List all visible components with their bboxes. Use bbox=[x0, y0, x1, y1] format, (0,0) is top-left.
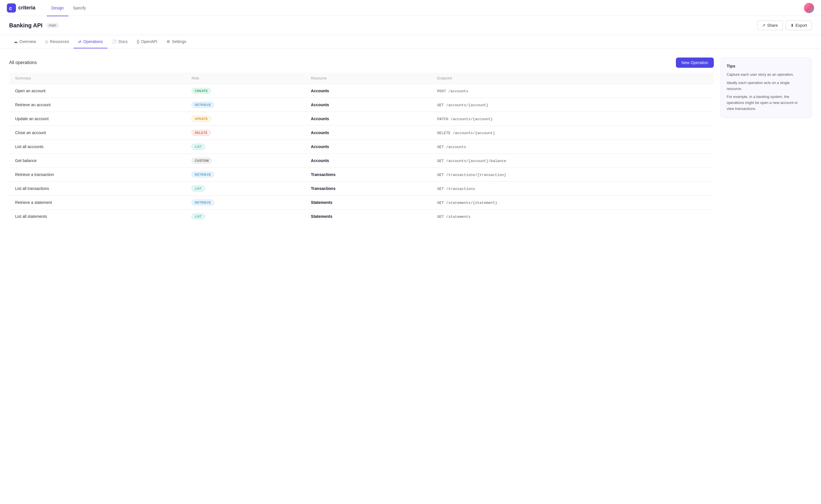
cell-role: RETRIEVE bbox=[186, 98, 305, 112]
cell-endpoint: PATCH /accounts/{account} bbox=[432, 112, 714, 126]
table-row[interactable]: Close an account DELETE Accounts DELETE … bbox=[9, 126, 714, 140]
resource-name: Accounts bbox=[311, 116, 329, 121]
operations-tbody: Open an account CREATE Accounts POST /ac… bbox=[9, 84, 714, 224]
share-icon: ↗ bbox=[762, 23, 765, 28]
new-operation-button[interactable]: New Operation bbox=[676, 58, 714, 68]
cell-role: RETRIEVE bbox=[186, 168, 305, 182]
table-row[interactable]: Open an account CREATE Accounts POST /ac… bbox=[9, 84, 714, 98]
resource-name: Accounts bbox=[311, 130, 329, 135]
resource-name: Transactions bbox=[311, 172, 336, 177]
cell-resource: Statements bbox=[305, 196, 432, 210]
subnav-docs[interactable]: 📄 Docs bbox=[107, 35, 132, 48]
main-content: All operations New Operation Summary Rol… bbox=[0, 48, 821, 233]
cell-summary: Update an account bbox=[9, 112, 186, 126]
tip-paragraph-2: For example, in a banking system, the op… bbox=[727, 94, 806, 112]
table-row[interactable]: Retrieve a transaction RETRIEVE Transact… bbox=[9, 168, 714, 182]
subnav-resources[interactable]: ◇ Resources bbox=[40, 35, 73, 48]
role-badge: CREATE bbox=[191, 88, 211, 94]
col-role: Role bbox=[186, 73, 305, 84]
table-row[interactable]: List all transactions LIST Transactions … bbox=[9, 182, 714, 196]
subnav-settings-label: Settings bbox=[172, 39, 186, 44]
section-title: All operations bbox=[9, 60, 37, 65]
avatar[interactable] bbox=[804, 3, 814, 13]
cell-summary: List all accounts bbox=[9, 140, 186, 154]
cell-role: CUSTOM bbox=[186, 154, 305, 168]
endpoint-value: GET /statements/{statement} bbox=[437, 201, 497, 205]
resources-icon: ◇ bbox=[45, 39, 48, 44]
endpoint-value: GET /accounts/{account} bbox=[437, 103, 488, 107]
cell-summary: Open an account bbox=[9, 84, 186, 98]
resource-name: Transactions bbox=[311, 186, 336, 191]
table-row[interactable]: Get balance CUSTOM Accounts GET /account… bbox=[9, 154, 714, 168]
subnav-settings[interactable]: ⚙ Settings bbox=[162, 35, 191, 48]
role-badge: UPDATE bbox=[191, 116, 211, 122]
page-title: Banking API bbox=[9, 22, 42, 29]
nav-tab-design[interactable]: Design bbox=[47, 0, 68, 16]
cell-resource: Accounts bbox=[305, 84, 432, 98]
subnav-docs-label: Docs bbox=[118, 39, 128, 44]
role-badge: RETRIEVE bbox=[191, 172, 214, 177]
operations-table: Summary Role Resource Endpoint Open an a… bbox=[9, 72, 714, 224]
page-header: Banking API main ↗ Share ⬇ Export bbox=[0, 16, 821, 35]
table-row[interactable]: List all statements LIST Statements GET … bbox=[9, 210, 714, 224]
cell-role: LIST bbox=[186, 140, 305, 154]
resource-name: Accounts bbox=[311, 103, 329, 107]
col-summary: Summary bbox=[9, 73, 186, 84]
cell-summary: Retrieve an account bbox=[9, 98, 186, 112]
branch-badge[interactable]: main bbox=[46, 23, 59, 28]
cell-summary: Retrieve a transaction bbox=[9, 168, 186, 182]
resource-name: Accounts bbox=[311, 89, 329, 93]
logo[interactable]: c criteria bbox=[7, 3, 35, 13]
share-button[interactable]: ↗ Share bbox=[757, 21, 783, 30]
table-row[interactable]: List all accounts LIST Accounts GET /acc… bbox=[9, 140, 714, 154]
cell-endpoint: GET /accounts/{account}/balance bbox=[432, 154, 714, 168]
export-button[interactable]: ⬇ Export bbox=[786, 21, 812, 30]
cell-summary: List all transactions bbox=[9, 182, 186, 196]
resource-name: Accounts bbox=[311, 144, 329, 149]
operations-header: All operations New Operation bbox=[9, 58, 714, 68]
share-label: Share bbox=[767, 23, 778, 28]
cell-role: RETRIEVE bbox=[186, 196, 305, 210]
nav-tab-specify[interactable]: Specify bbox=[68, 0, 91, 16]
col-endpoint: Endpoint bbox=[432, 73, 714, 84]
header-actions: ↗ Share ⬇ Export bbox=[757, 21, 812, 30]
main-nav-tabs: Design Specify bbox=[47, 0, 91, 16]
cell-endpoint: GET /accounts bbox=[432, 140, 714, 154]
sub-nav: ☁ Overview ◇ Resources ⇄ Operations 📄 Do… bbox=[0, 35, 821, 48]
role-badge: RETRIEVE bbox=[191, 102, 214, 108]
role-badge: CUSTOM bbox=[191, 158, 212, 163]
tip-paragraph-1: Ideally each operation acts on a single … bbox=[727, 80, 806, 92]
cell-resource: Accounts bbox=[305, 140, 432, 154]
tip-paragraph-0: Capture each user story as an operation. bbox=[727, 72, 806, 78]
subnav-overview[interactable]: ☁ Overview bbox=[9, 35, 40, 48]
table-row[interactable]: Retrieve a statement RETRIEVE Statements… bbox=[9, 196, 714, 210]
cell-role: UPDATE bbox=[186, 112, 305, 126]
resource-name: Statements bbox=[311, 214, 332, 219]
resource-name: Accounts bbox=[311, 158, 329, 163]
cell-role: DELETE bbox=[186, 126, 305, 140]
role-badge: LIST bbox=[191, 214, 205, 219]
operations-icon: ⇄ bbox=[78, 39, 81, 44]
cell-role: LIST bbox=[186, 210, 305, 224]
export-icon: ⬇ bbox=[791, 23, 794, 28]
cell-role: LIST bbox=[186, 182, 305, 196]
endpoint-value: DELETE /accounts/{account} bbox=[437, 131, 495, 135]
cell-endpoint: GET /statements/{statement} bbox=[432, 196, 714, 210]
cell-resource: Accounts bbox=[305, 154, 432, 168]
operations-section: All operations New Operation Summary Rol… bbox=[9, 58, 714, 224]
role-badge: LIST bbox=[191, 144, 205, 149]
endpoint-value: GET /accounts bbox=[437, 145, 466, 149]
endpoint-value: GET /statements bbox=[437, 215, 471, 219]
subnav-operations[interactable]: ⇄ Operations bbox=[73, 35, 107, 48]
export-label: Export bbox=[796, 23, 807, 28]
table-row[interactable]: Retrieve an account RETRIEVE Accounts GE… bbox=[9, 98, 714, 112]
table-row[interactable]: Update an account UPDATE Accounts PATCH … bbox=[9, 112, 714, 126]
cell-endpoint: DELETE /accounts/{account} bbox=[432, 126, 714, 140]
resource-name: Statements bbox=[311, 200, 332, 205]
top-nav: c criteria Design Specify bbox=[0, 0, 821, 16]
cell-resource: Accounts bbox=[305, 112, 432, 126]
docs-icon: 📄 bbox=[112, 39, 117, 44]
subnav-overview-label: Overview bbox=[19, 39, 36, 44]
subnav-openapi[interactable]: {} OpenAPI bbox=[132, 35, 162, 48]
cell-endpoint: GET /transactions/{transaction} bbox=[432, 168, 714, 182]
